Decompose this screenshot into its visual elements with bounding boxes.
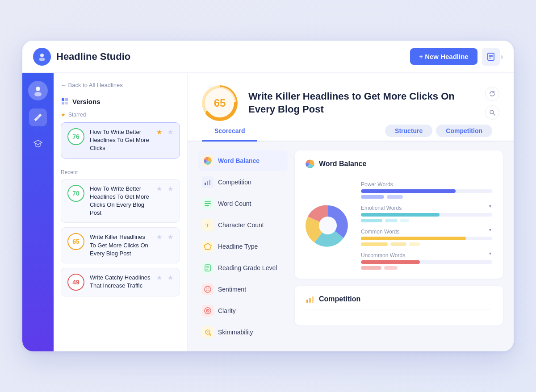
power-chip-1	[361, 195, 384, 199]
star-empty-icon-49[interactable]: ★	[156, 274, 162, 282]
main-layout: ← Back to All Headlines Versions ★ Starr…	[22, 73, 514, 351]
score-badge-49: 49	[67, 274, 84, 291]
sc-label-character-count: Character Count	[218, 221, 264, 229]
sc-label-word-balance: Word Balance	[218, 157, 260, 164]
sc-label-competition: Competition	[218, 179, 251, 186]
sc-label-sentiment: Sentiment	[218, 286, 246, 293]
versions-label: Versions	[72, 98, 100, 105]
sc-item-headline-type[interactable]: Headline Type	[198, 236, 288, 257]
uncommon-words-chips	[361, 266, 492, 270]
emotional-words-chips	[361, 219, 492, 222]
tab-scorecard[interactable]: Scorecard	[202, 121, 257, 142]
sidebar-item-grad[interactable]	[29, 134, 47, 152]
clarity-icon	[202, 305, 214, 317]
word-balance-card-title: Word Balance	[319, 160, 366, 168]
sc-item-character-count[interactable]: T Character Count	[198, 215, 288, 235]
app-title: Headline Studio	[56, 51, 130, 63]
scorecard-list: Word Balance Competition Word Count	[198, 150, 288, 342]
uncommon-pointer: ▼	[488, 251, 492, 256]
svg-rect-20	[209, 180, 210, 185]
svg-rect-41	[312, 296, 314, 303]
star-empty-icon-70[interactable]: ★	[156, 185, 162, 193]
topbar-avatar	[33, 48, 51, 66]
star-empty-icon[interactable]: ★	[168, 128, 173, 136]
uncommon-words-track	[361, 260, 492, 264]
svg-point-6	[36, 87, 40, 91]
device-frame: Headline Studio + New Headline › ← Back …	[22, 41, 514, 351]
sc-item-reading-grade[interactable]: Reading Grade Level	[198, 258, 288, 278]
sc-label-word-count: Word Count	[218, 200, 251, 207]
starred-headline-card[interactable]: 76 How To Write Better Headlines To Get …	[61, 122, 180, 158]
pie-chart-svg	[306, 203, 350, 248]
sc-item-sentiment[interactable]: Sentiment	[198, 279, 288, 300]
svg-point-38	[319, 217, 337, 234]
star-empty-icon-70b[interactable]: ★	[168, 185, 173, 193]
recent-headline-card-65[interactable]: 65 Write Killer Headlines To Get More Cl…	[61, 227, 180, 263]
score-badge-76: 76	[67, 128, 84, 145]
svg-rect-9	[62, 98, 64, 101]
versions-header: Versions	[61, 97, 180, 105]
emotional-words-track	[361, 213, 492, 217]
topbar-book-icon-button[interactable]	[482, 48, 500, 66]
hero-refresh-icon-button[interactable]	[485, 87, 499, 101]
power-chip-2	[387, 195, 403, 199]
emotional-pointer: ▼	[488, 204, 492, 209]
back-link[interactable]: ← Back to All Headlines	[61, 82, 180, 88]
word-balance-card-header: Word Balance	[306, 159, 492, 174]
recent-headline-card-70[interactable]: 70 How To Write Better Headlines To Get …	[61, 179, 180, 223]
uncommon-chip-1	[361, 266, 381, 270]
sc-label-skimmability: Skimmability	[218, 329, 253, 336]
star-empty-icon-65b[interactable]: ★	[168, 233, 173, 241]
bar-group: Power Words	[361, 181, 492, 270]
uncommon-words-fill	[361, 260, 420, 264]
sc-item-word-balance[interactable]: Word Balance	[198, 150, 288, 171]
common-chip-2	[390, 242, 406, 246]
starred-headline-title: How To Write Better Headlines To Get Mor…	[90, 128, 151, 153]
character-count-icon: T	[202, 219, 214, 231]
svg-point-7	[34, 92, 42, 96]
common-words-chips	[361, 242, 492, 246]
power-words-label: Power Words	[361, 181, 492, 188]
star-empty-icon-65[interactable]: ★	[156, 233, 162, 241]
tab-competition[interactable]: Competition	[436, 125, 492, 137]
star-filled-icon[interactable]: ★	[156, 128, 162, 136]
score-badge-70: 70	[67, 185, 84, 202]
competition-icon	[202, 176, 214, 188]
sc-item-word-count[interactable]: Word Count	[198, 193, 288, 214]
new-headline-button[interactable]: + New Headline	[410, 48, 477, 65]
hero-search-icon-button[interactable]	[485, 105, 499, 120]
power-words-chips	[361, 195, 492, 199]
uncommon-words-label: Uncommon Words ▼	[361, 252, 492, 259]
emotional-words-fill	[361, 213, 440, 217]
topbar-chevron-icon[interactable]: ›	[501, 53, 503, 61]
power-words-track	[361, 189, 492, 193]
sc-label-reading-grade: Reading Grade Level	[218, 264, 277, 271]
tab-structure[interactable]: Structure	[385, 125, 432, 137]
recent-headline-title-65: Write Killer Headlines To Get More Click…	[90, 233, 151, 258]
star-empty-icon-49b[interactable]: ★	[168, 274, 173, 282]
uncommon-chip-2	[384, 266, 398, 270]
skimmability-icon	[202, 326, 214, 338]
sidebar-item-pen[interactable]	[29, 108, 47, 126]
sidebar-avatar[interactable]	[28, 81, 48, 100]
sc-item-competition[interactable]: Competition	[198, 172, 288, 192]
left-panel: ← Back to All Headlines Versions ★ Starr…	[54, 73, 188, 351]
sc-label-headline-type: Headline Type	[218, 243, 258, 250]
svg-text:T: T	[205, 222, 209, 229]
tabs-row: Scorecard Structure Competition	[188, 121, 514, 142]
svg-line-16	[493, 113, 495, 115]
svg-rect-10	[65, 98, 68, 101]
word-balance-icon	[202, 155, 214, 167]
hero-score: 65	[206, 89, 234, 117]
svg-point-0	[40, 54, 44, 57]
sc-item-skimmability[interactable]: Skimmability	[198, 322, 288, 342]
sc-item-clarity[interactable]: Clarity	[198, 300, 288, 321]
headline-hero: 65 Write Killer Headlines to Get More Cl…	[188, 73, 514, 121]
competition-card-header: Competition	[306, 295, 492, 309]
content-area: Word Balance Competition Word Count	[188, 142, 514, 351]
svg-rect-18	[205, 183, 206, 185]
recent-headline-title-49: Write Catchy Headlines That Increase Tra…	[90, 274, 151, 290]
sentiment-icon	[202, 284, 214, 295]
recent-headline-card-49[interactable]: 49 Write Catchy Headlines That Increase …	[61, 268, 180, 296]
detail-panel: Word Balance	[295, 150, 503, 342]
